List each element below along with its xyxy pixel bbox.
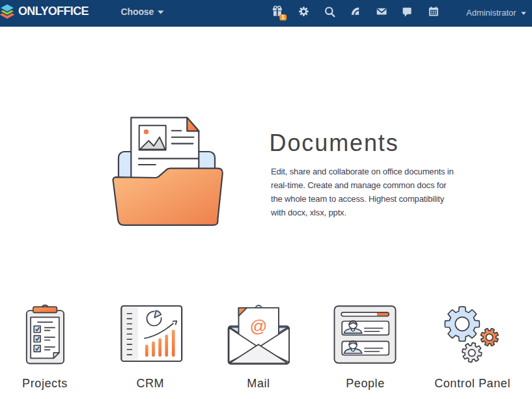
svg-text:1: 1 <box>281 14 285 20</box>
svg-text:@: @ <box>250 316 268 336</box>
